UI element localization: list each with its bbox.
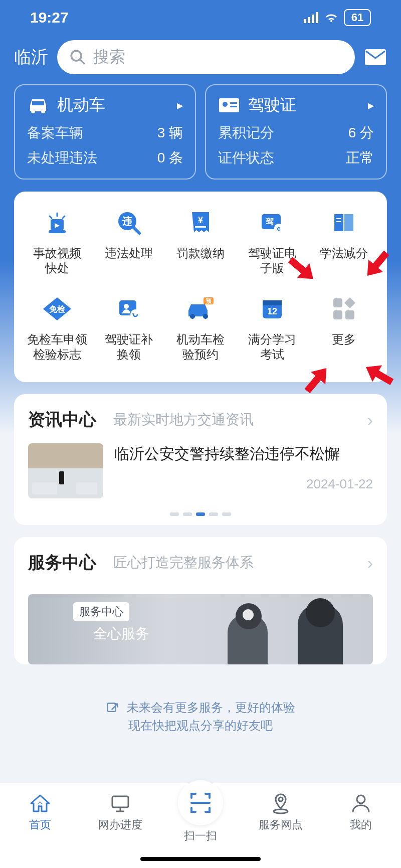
vehicle-row2-label: 未处理违法 bbox=[27, 148, 97, 167]
chevron-right-icon: ▶ bbox=[368, 101, 374, 110]
svg-line-19 bbox=[133, 227, 139, 233]
elicense-icon: 驾e bbox=[259, 209, 286, 236]
vehicle-row1-value: 3 辆 bbox=[157, 123, 183, 142]
service-label: 学法减分 bbox=[320, 246, 368, 276]
tab-progress[interactable]: 网办进度 bbox=[90, 792, 150, 832]
exempt-badge-icon: 免检 bbox=[41, 295, 73, 322]
news-title: 资讯中心 bbox=[28, 408, 96, 431]
home-icon: 合 bbox=[29, 792, 51, 814]
license-row2-label: 证件状态 bbox=[218, 148, 274, 167]
scan-icon bbox=[187, 790, 214, 816]
tab-label: 首页 bbox=[29, 817, 51, 832]
svg-rect-39 bbox=[263, 300, 282, 305]
battery-icon: 61 bbox=[344, 9, 371, 26]
service-label: 满分学习考试 bbox=[248, 332, 296, 362]
tab-mine[interactable]: 我的 bbox=[331, 792, 391, 832]
svg-rect-42 bbox=[333, 310, 342, 319]
svg-text:预: 预 bbox=[205, 298, 212, 304]
news-section: 资讯中心 最新实时地方交通资讯 › 临沂公安交警持续整治违停不松懈 2024-0… bbox=[14, 394, 387, 525]
news-date: 2024-01-22 bbox=[306, 476, 373, 492]
annotation-arrow-icon bbox=[298, 360, 336, 399]
receipt-icon: ¥ bbox=[187, 209, 214, 236]
search-icon bbox=[69, 49, 86, 66]
tab-label: 网办进度 bbox=[98, 817, 142, 832]
vehicle-row1-label: 备案车辆 bbox=[27, 123, 83, 142]
service-label: 驾驶证补换领 bbox=[105, 332, 153, 362]
carousel-dots[interactable] bbox=[14, 512, 387, 525]
svg-text:驾: 驾 bbox=[265, 217, 274, 226]
share-icon bbox=[106, 702, 120, 716]
svg-marker-48 bbox=[361, 359, 397, 391]
service-inspection-exempt[interactable]: 免检 免检车申领检验标志 bbox=[21, 293, 93, 362]
service-grid: 事故视频快处 违 违法处理 ¥ 罚款缴纳 驾e 驾驶证电子版 学法减分 免检 免… bbox=[14, 192, 387, 382]
tab-bar: 合 首页 网办进度 扫一扫 服务网点 我的 bbox=[0, 783, 401, 868]
news-subtitle: 最新实时地方交通资讯 bbox=[113, 410, 357, 429]
svg-rect-6 bbox=[365, 49, 386, 65]
banner-text: 全心服务 bbox=[93, 624, 149, 643]
service-center-section: 服务中心 匠心打造完整服务体系 › 服务中心 全心服务 bbox=[14, 537, 387, 664]
service-label: 罚款缴纳 bbox=[176, 246, 225, 276]
svg-text:e: e bbox=[277, 225, 281, 232]
service-label: 机动车检验预约 bbox=[176, 332, 225, 362]
footer-teaser: 未来会有更多服务，更好的体验 现在快把观点分享的好友吧 bbox=[0, 676, 401, 735]
status-indicators: 61 bbox=[304, 9, 371, 26]
svg-line-5 bbox=[80, 59, 84, 64]
search-placeholder: 搜索 bbox=[93, 46, 125, 68]
service-violation[interactable]: 违 违法处理 bbox=[93, 207, 164, 276]
mail-icon[interactable] bbox=[364, 48, 387, 66]
banner-tag: 服务中心 bbox=[73, 602, 129, 621]
svg-text:合: 合 bbox=[37, 801, 43, 808]
service-accident-video[interactable]: 事故视频快处 bbox=[21, 207, 93, 276]
license-row2-value: 正常 bbox=[346, 148, 374, 167]
svg-rect-2 bbox=[312, 15, 314, 23]
status-time: 19:27 bbox=[30, 9, 69, 26]
search-input[interactable]: 搜索 bbox=[57, 40, 355, 74]
service-center-title: 服务中心 bbox=[28, 551, 96, 574]
tab-scan[interactable]: 扫一扫 bbox=[170, 792, 231, 843]
wifi-icon bbox=[324, 12, 339, 23]
service-label: 违法处理 bbox=[105, 246, 153, 276]
siren-icon bbox=[44, 209, 71, 236]
service-full-points-study[interactable]: 12 满分学习考试 bbox=[237, 293, 308, 362]
service-fine-payment[interactable]: ¥ 罚款缴纳 bbox=[164, 207, 236, 276]
svg-rect-13 bbox=[230, 106, 237, 107]
footer-line2: 现在快把观点分享的好友吧 bbox=[128, 719, 273, 732]
svg-text:¥: ¥ bbox=[198, 215, 203, 225]
license-title: 驾驶证 bbox=[248, 94, 360, 116]
svg-rect-43 bbox=[345, 310, 354, 319]
city-selector[interactable]: 临沂 bbox=[14, 46, 48, 69]
calendar-12-icon: 12 bbox=[259, 295, 286, 322]
vehicle-title: 机动车 bbox=[57, 94, 169, 116]
svg-rect-0 bbox=[304, 19, 306, 23]
svg-rect-26 bbox=[336, 218, 341, 219]
service-banner[interactable]: 服务中心 全心服务 bbox=[28, 594, 373, 664]
news-header[interactable]: 资讯中心 最新实时地方交通资讯 › bbox=[14, 394, 387, 441]
tab-home[interactable]: 合 首页 bbox=[10, 792, 70, 832]
vehicle-card[interactable]: 机动车 ▶ 备案车辆3 辆 未处理违法0 条 bbox=[14, 84, 196, 180]
news-thumbnail bbox=[28, 443, 103, 498]
svg-rect-10 bbox=[219, 98, 239, 112]
chevron-right-icon: ▶ bbox=[177, 101, 183, 110]
service-more[interactable]: 更多 bbox=[308, 293, 380, 362]
license-card[interactable]: 驾驶证 ▶ 累积记分6 分 证件状态正常 bbox=[205, 84, 387, 180]
svg-marker-44 bbox=[344, 297, 355, 308]
service-license-replace[interactable]: 驾驶证补换领 bbox=[93, 293, 164, 362]
svg-point-11 bbox=[223, 102, 228, 107]
news-item[interactable]: 临沂公安交警持续整治违停不松懈 2024-01-22 bbox=[14, 441, 387, 512]
id-card-icon bbox=[218, 96, 240, 114]
service-inspection-appoint[interactable]: 预 机动车检验预约 bbox=[164, 293, 236, 362]
license-row1-value: 6 分 bbox=[348, 123, 374, 142]
status-bar: 19:27 61 bbox=[0, 0, 401, 35]
car-icon bbox=[27, 96, 49, 114]
tab-label: 服务网点 bbox=[259, 817, 303, 832]
svg-rect-27 bbox=[336, 221, 341, 222]
svg-rect-41 bbox=[333, 298, 342, 307]
tab-locations[interactable]: 服务网点 bbox=[251, 792, 311, 832]
svg-rect-3 bbox=[316, 12, 318, 23]
service-center-header[interactable]: 服务中心 匠心打造完整服务体系 › bbox=[14, 537, 387, 584]
tab-label: 我的 bbox=[350, 817, 372, 832]
svg-point-56 bbox=[274, 809, 288, 813]
person-icon bbox=[350, 792, 372, 814]
more-grid-icon bbox=[331, 296, 356, 321]
top-bar: 临沂 搜索 bbox=[0, 35, 401, 84]
